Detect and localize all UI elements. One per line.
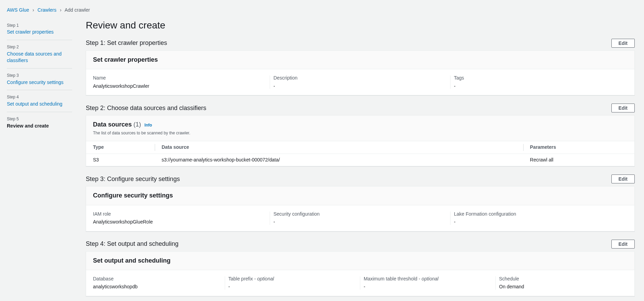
kv-label: Schedule: [499, 276, 628, 282]
breadcrumb: AWS Glue › Crawlers › Add crawler: [0, 0, 644, 14]
step-title: Review and create: [7, 123, 49, 129]
kv-value: -: [454, 83, 628, 90]
section-heading-step1: Step 1: Set crawler properties: [86, 39, 167, 47]
wizard-steps-nav: Step 1 Set crawler properties Step 2 Cho…: [7, 19, 72, 301]
col-type: Type: [86, 141, 155, 154]
step-nav-4[interactable]: Step 4 Set output and scheduling: [7, 90, 72, 112]
col-data-source: Data source: [155, 141, 523, 154]
data-sources-table: Type Data source Parameters S3 s3://your…: [86, 141, 634, 166]
step-nav-1[interactable]: Step 1 Set crawler properties: [7, 19, 72, 40]
cell-params: Recrawl all: [523, 154, 634, 166]
step-number: Step 5: [7, 116, 72, 122]
step-title: Set output and scheduling: [7, 101, 62, 107]
review-step1: Step 1: Set crawler properties Edit Set …: [86, 39, 635, 95]
step-number: Step 2: [7, 44, 72, 50]
kv-label: Lake Formation configuration: [454, 211, 628, 218]
kv-table-threshold: Maximum table threshold - optional -: [364, 276, 492, 290]
col-parameters: Parameters: [523, 141, 634, 154]
chevron-right-icon: ›: [60, 7, 61, 13]
edit-step1-button[interactable]: Edit: [611, 39, 635, 48]
step-number: Step 1: [7, 23, 72, 28]
panel-title-crawler-properties: Set crawler properties: [93, 56, 628, 64]
kv-name: Name AnalyticsworkshopCrawler: [93, 75, 267, 89]
review-step3: Step 3: Configure security settings Edit…: [86, 174, 635, 231]
kv-value: analyticsworkshopdb: [93, 284, 222, 290]
section-heading-step2: Step 2: Choose data sources and classifi…: [86, 104, 206, 112]
step-nav-3[interactable]: Step 3 Configure security settings: [7, 69, 72, 90]
kv-label: IAM role: [93, 211, 267, 218]
breadcrumb-crawlers[interactable]: Crawlers: [37, 7, 56, 13]
breadcrumb-aws-glue[interactable]: AWS Glue: [7, 7, 29, 13]
kv-value: AnalyticsworkshopGlueRole: [93, 219, 267, 226]
step-number: Step 3: [7, 73, 72, 79]
kv-value: -: [229, 284, 357, 290]
panel-title-security: Configure security settings: [93, 191, 628, 200]
section-heading-step3: Step 3: Configure security settings: [86, 175, 180, 183]
section-heading-step4: Step 4: Set output and scheduling: [86, 240, 178, 248]
kv-value: On demand: [499, 284, 628, 290]
edit-step2-button[interactable]: Edit: [611, 104, 635, 112]
edit-step3-button[interactable]: Edit: [611, 174, 635, 183]
step-title: Choose data sources and classifiers: [7, 51, 62, 63]
kv-value: -: [273, 219, 447, 226]
info-link[interactable]: Info: [144, 122, 152, 128]
cell-source: s3://yourname-analytics-workshop-bucket-…: [155, 154, 523, 166]
table-row: S3 s3://yourname-analytics-workshop-buck…: [86, 154, 634, 166]
panel-title-output: Set output and scheduling: [93, 256, 628, 265]
kv-value: AnalyticsworkshopCrawler: [93, 83, 267, 90]
kv-value: -: [273, 83, 447, 90]
kv-label: Maximum table threshold - optional: [364, 276, 492, 282]
kv-security-config: Security configuration -: [273, 211, 447, 226]
kv-label: Security configuration: [273, 211, 447, 218]
step-nav-5: Step 5 Review and create: [7, 112, 72, 133]
kv-tags: Tags -: [454, 75, 628, 89]
kv-label: Name: [93, 75, 267, 82]
step-title: Set crawler properties: [7, 29, 54, 35]
kv-table-prefix: Table prefix - optional -: [229, 276, 357, 290]
kv-value: -: [364, 284, 492, 290]
main-content: Review and create Step 1: Set crawler pr…: [86, 19, 635, 301]
chevron-right-icon: ›: [33, 7, 34, 13]
kv-description: Description -: [273, 75, 447, 89]
data-sources-count: (1): [133, 121, 141, 128]
review-step4: Step 4: Set output and scheduling Edit S…: [86, 240, 635, 296]
cell-type: S3: [86, 154, 155, 166]
kv-label: Database: [93, 276, 222, 282]
kv-label: Description: [273, 75, 447, 82]
page-title: Review and create: [86, 19, 635, 32]
kv-label: Tags: [454, 75, 628, 82]
kv-label: Table prefix - optional: [229, 276, 357, 282]
kv-schedule: Schedule On demand: [499, 276, 628, 290]
kv-value: -: [454, 219, 628, 226]
step-title: Configure security settings: [7, 80, 63, 85]
panel-subtitle: The list of data sources to be scanned b…: [93, 130, 628, 136]
step-nav-2[interactable]: Step 2 Choose data sources and classifie…: [7, 40, 72, 69]
kv-iam-role: IAM role AnalyticsworkshopGlueRole: [93, 211, 267, 226]
kv-database: Database analyticsworkshopdb: [93, 276, 222, 290]
breadcrumb-current: Add crawler: [65, 7, 90, 13]
kv-lake-formation: Lake Formation configuration -: [454, 211, 628, 226]
edit-step4-button[interactable]: Edit: [611, 240, 635, 249]
panel-title-data-sources: Data sources (1): [93, 120, 141, 129]
review-step2: Step 2: Choose data sources and classifi…: [86, 104, 635, 166]
step-number: Step 4: [7, 94, 72, 100]
